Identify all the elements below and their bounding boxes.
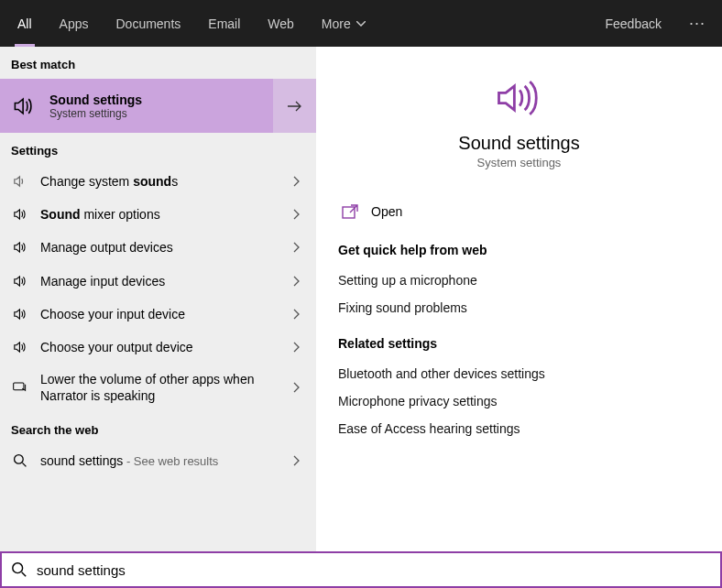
- detail-speaker-icon: [492, 76, 547, 120]
- settings-item-label: Change system sounds: [40, 173, 278, 190]
- svg-point-3: [13, 563, 23, 573]
- best-match-expand-button[interactable]: [273, 79, 316, 133]
- feedback-link[interactable]: Feedback: [591, 16, 676, 31]
- arrow-right-icon: [287, 100, 303, 113]
- detail-pane: Sound settings System settings Open Get …: [316, 47, 722, 551]
- open-label: Open: [371, 204, 402, 219]
- web-result-label: sound settings - See web results: [40, 452, 278, 470]
- speaker-small-icon: [11, 339, 29, 355]
- settings-item-manage-output[interactable]: Manage output devices: [0, 231, 316, 264]
- settings-item-choose-input[interactable]: Choose your input device: [0, 298, 316, 331]
- settings-item-label: Choose your input device: [40, 306, 278, 322]
- chevron-down-icon: [356, 21, 366, 27]
- tab-all[interactable]: All: [4, 0, 46, 47]
- tab-more[interactable]: More: [308, 0, 379, 47]
- best-match-text: Sound settings System settings: [49, 93, 142, 120]
- tab-documents[interactable]: Documents: [102, 0, 194, 47]
- chevron-right-icon: [289, 242, 305, 253]
- best-match-subtitle: System settings: [49, 107, 142, 120]
- top-filter-bar: All Apps Documents Email Web More Feedba…: [0, 0, 722, 47]
- speaker-icon: [11, 93, 37, 119]
- chevron-right-icon: [289, 342, 305, 353]
- related-header: Related settings: [338, 336, 700, 351]
- settings-item-label: Choose your output device: [40, 339, 278, 355]
- speaker-small-icon: [11, 239, 29, 256]
- web-result-item[interactable]: sound settings - See web results: [0, 444, 316, 478]
- tab-apps[interactable]: Apps: [46, 0, 103, 47]
- settings-item-label: Manage input devices: [40, 273, 278, 289]
- main-area: Best match Sound settings System setting…: [0, 47, 722, 551]
- settings-list: Change system sounds Sound mixer options…: [0, 165, 316, 412]
- tab-email[interactable]: Email: [194, 0, 254, 47]
- chevron-right-icon: [289, 176, 305, 187]
- related-link-ease-access[interactable]: Ease of Access hearing settings: [338, 415, 700, 442]
- help-link-microphone[interactable]: Setting up a microphone: [338, 267, 700, 294]
- chevron-right-icon: [289, 455, 305, 466]
- chevron-right-icon: [289, 276, 305, 287]
- narrator-icon: [11, 379, 29, 396]
- settings-item-sound-mixer[interactable]: Sound mixer options: [0, 198, 316, 231]
- best-match-main: Sound settings System settings: [0, 79, 273, 133]
- settings-item-change-system-sounds[interactable]: Change system sounds: [0, 165, 316, 198]
- topbar-right: Feedback ···: [591, 0, 719, 47]
- filter-tabs: All Apps Documents Email Web More: [4, 0, 379, 47]
- tab-web[interactable]: Web: [254, 0, 308, 47]
- detail-subtitle: System settings: [338, 156, 700, 169]
- open-icon: [342, 204, 358, 219]
- related-link-bluetooth[interactable]: Bluetooth and other devices settings: [338, 360, 700, 387]
- speaker-small-icon: [11, 306, 29, 322]
- chevron-right-icon: [289, 382, 305, 393]
- settings-item-choose-output[interactable]: Choose your output device: [0, 331, 316, 364]
- settings-item-narrator-volume[interactable]: Lower the volume of other apps when Narr…: [0, 364, 316, 411]
- best-match-item[interactable]: Sound settings System settings: [0, 79, 316, 133]
- detail-title: Sound settings: [338, 133, 700, 154]
- open-action[interactable]: Open: [338, 195, 700, 228]
- help-link-sound-problems[interactable]: Fixing sound problems: [338, 294, 700, 321]
- settings-item-label: Sound mixer options: [40, 206, 278, 223]
- tab-more-label: More: [322, 16, 351, 31]
- speaker-small-icon: [11, 173, 29, 190]
- settings-item-manage-input[interactable]: Manage input devices: [0, 265, 316, 298]
- chevron-right-icon: [289, 209, 305, 220]
- related-link-mic-privacy[interactable]: Microphone privacy settings: [338, 387, 700, 415]
- results-column: Best match Sound settings System setting…: [0, 47, 316, 551]
- svg-point-1: [15, 455, 24, 464]
- search-web-header: Search the web: [0, 412, 316, 444]
- settings-item-label: Lower the volume of other apps when Narr…: [40, 371, 278, 404]
- search-bar[interactable]: [0, 551, 722, 588]
- best-match-header: Best match: [0, 47, 316, 79]
- svg-rect-2: [343, 207, 355, 218]
- settings-header: Settings: [0, 133, 316, 165]
- search-input[interactable]: [37, 562, 711, 578]
- settings-item-label: Manage output devices: [40, 239, 278, 256]
- search-icon: [11, 453, 29, 468]
- speaker-small-icon: [11, 206, 29, 223]
- search-icon: [11, 561, 27, 578]
- speaker-small-icon: [11, 273, 29, 289]
- chevron-right-icon: [289, 309, 305, 320]
- best-match-title: Sound settings: [49, 93, 142, 107]
- more-options-button[interactable]: ···: [676, 14, 718, 33]
- quick-help-header: Get quick help from web: [338, 243, 700, 257]
